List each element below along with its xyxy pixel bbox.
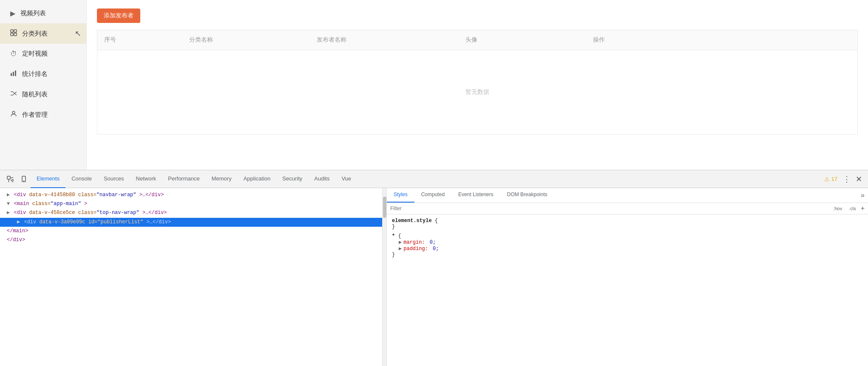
style-selector-star-text: * (392, 233, 398, 239)
empty-text: 暂无数据 (465, 88, 489, 96)
shuffle-icon (10, 90, 17, 99)
styles-filter-bar: :hov .cls + (387, 203, 868, 214)
warning-number: 17 (831, 176, 837, 182)
clock-icon: ⏱ (10, 50, 17, 58)
filter-cls-button[interactable]: .cls (847, 205, 858, 212)
style-rule-selector: element.style { (392, 218, 863, 224)
tab-application[interactable]: Application (238, 170, 277, 188)
styles-tab-event-listeners[interactable]: Event Listeners (451, 188, 500, 203)
element-line-navbar: ▶ <div data-v-41458b80 class="navbar-wra… (0, 191, 382, 200)
svg-rect-5 (13, 72, 14, 76)
sidebar-item-label: 统计排名 (22, 70, 48, 78)
tab-console[interactable]: Console (65, 170, 98, 188)
content-inner: 添加发布者 序号 分类名称 发布者名称 头像 操作 暂无数据 (87, 0, 868, 170)
devtools-panel: Elements Console Sources Network Perform… (0, 170, 868, 366)
style-prop-padding: ▶ padding: 0; (392, 245, 863, 252)
svg-rect-4 (11, 73, 12, 76)
svg-point-11 (12, 111, 15, 114)
tab-sources[interactable]: Sources (98, 170, 130, 188)
element-line-div-close: </div> (0, 236, 382, 245)
elements-panel: ▶ <div data-v-41458b80 class="navbar-wra… (0, 188, 383, 366)
style-selector-text: element.style (392, 218, 435, 224)
sidebar-item-label: 视频列表 (20, 9, 46, 17)
devtools-more-button[interactable]: ⋮ (841, 173, 853, 185)
sidebar-item-label: 定时视频 (22, 50, 48, 58)
col-header-publisher: 发布者名称 (310, 36, 459, 44)
styles-tab-more-button[interactable]: » (857, 188, 868, 203)
styles-filter-actions: :hov .cls + (831, 205, 865, 212)
sidebar-item-author-manage[interactable]: 作者管理 (0, 104, 86, 125)
main-content: 添加发布者 序号 分类名称 发布者名称 头像 操作 暂无数据 (87, 0, 868, 170)
styles-panel: Styles Computed Event Listeners DOM Brea… (387, 188, 868, 366)
style-rule-star: * { ▶ margin: 0; ▶ padding: 0; (392, 233, 863, 258)
sidebar-item-video-list[interactable]: ▶ 视频列表 (0, 3, 86, 23)
tab-memory[interactable]: Memory (206, 170, 238, 188)
tab-performance[interactable]: Performance (162, 170, 205, 188)
warning-triangle-icon: ⚠ (824, 176, 830, 183)
col-header-serial: 序号 (97, 36, 182, 44)
element-line-top-nav: ▶ <div data-v-458ce5ce class="top-nav-wr… (0, 208, 382, 217)
scrollbar-thumb (383, 197, 386, 218)
sidebar-item-stats-ranking[interactable]: 统计排名 (0, 64, 86, 84)
sidebar: ▶ 视频列表 分类列表 ↖ ⏱ 定时视频 (0, 0, 87, 170)
filter-add-rule-button[interactable]: + (861, 205, 865, 212)
warning-count[interactable]: ⚠ 17 (824, 176, 837, 183)
element-line-main-open: ▼ <main class="app-main" > (0, 200, 382, 208)
devtools-topbar: Elements Console Sources Network Perform… (0, 170, 868, 188)
user-icon (10, 110, 17, 119)
sidebar-item-random-list[interactable]: 随机列表 (0, 84, 86, 104)
tab-network[interactable]: Network (130, 170, 162, 188)
inspect-element-button[interactable] (3, 172, 17, 186)
styles-tab-styles[interactable]: Styles (387, 188, 414, 203)
device-mode-button[interactable] (17, 172, 31, 186)
sidebar-item-label: 随机列表 (22, 90, 48, 99)
styles-filter-input[interactable] (390, 206, 828, 211)
styles-tab-computed[interactable]: Computed (414, 188, 451, 203)
elements-scrollbar[interactable] (383, 188, 387, 366)
margin-expand-arrow[interactable]: ▶ (399, 239, 402, 245)
collapse-triangle[interactable]: ▶ (7, 192, 10, 198)
style-rule-star-close: } (392, 252, 863, 258)
devtools-close-button[interactable]: ✕ (853, 173, 865, 185)
tab-security[interactable]: Security (276, 170, 308, 188)
styles-tabs: Styles Computed Event Listeners DOM Brea… (387, 188, 868, 203)
style-rule-close: } (392, 224, 863, 230)
tab-audits[interactable]: Audits (308, 170, 335, 188)
collapse-triangle[interactable]: ▼ (7, 201, 10, 207)
col-header-category: 分类名称 (182, 36, 310, 44)
add-publisher-button[interactable]: 添加发布者 (97, 8, 140, 23)
svg-rect-12 (7, 176, 10, 179)
cursor-icon: ↖ (75, 29, 81, 38)
tab-elements[interactable]: Elements (31, 170, 65, 188)
collapse-triangle[interactable]: ▶ (7, 210, 10, 216)
table-header: 序号 分类名称 发布者名称 头像 操作 (97, 30, 858, 50)
tab-vue[interactable]: Vue (335, 170, 357, 188)
svg-rect-6 (15, 70, 16, 76)
element-line-publisher-list[interactable]: ▶ <div data-v-3a09e99c id="publisherList… (0, 218, 382, 227)
sidebar-item-category-list[interactable]: 分类列表 ↖ (0, 23, 86, 44)
style-rule-element: element.style { } (392, 218, 863, 230)
style-rule-selector-star: * { (392, 233, 863, 239)
svg-rect-0 (11, 30, 13, 32)
table-body: 暂无数据 (97, 50, 858, 135)
sidebar-item-scheduled-video[interactable]: ⏱ 定时视频 (0, 44, 86, 64)
svg-rect-3 (14, 33, 17, 36)
sidebar-item-label: 分类列表 (22, 30, 48, 38)
video-icon: ▶ (10, 9, 15, 17)
style-prop-margin: ▶ margin: 0; (392, 239, 863, 245)
svg-rect-2 (11, 33, 13, 36)
padding-expand-arrow[interactable]: ▶ (399, 245, 402, 252)
devtools-main: ▶ <div data-v-41458b80 class="navbar-wra… (0, 188, 868, 366)
filter-hov-button[interactable]: :hov (831, 205, 844, 212)
col-header-action: 操作 (586, 36, 857, 44)
sidebar-item-label: 作者管理 (22, 111, 48, 119)
app-area: ▶ 视频列表 分类列表 ↖ ⏱ 定时视频 (0, 0, 868, 170)
svg-rect-1 (14, 30, 17, 32)
element-line-main-close: </main> (0, 227, 382, 236)
toolbar: 添加发布者 (97, 8, 858, 23)
styles-content: element.style { } * { ▶ margin: (387, 214, 868, 366)
chart-icon (10, 70, 17, 78)
grid-icon (10, 29, 17, 38)
styles-tab-dom-breakpoints[interactable]: DOM Breakpoints (500, 188, 554, 203)
col-header-avatar: 头像 (459, 36, 586, 44)
